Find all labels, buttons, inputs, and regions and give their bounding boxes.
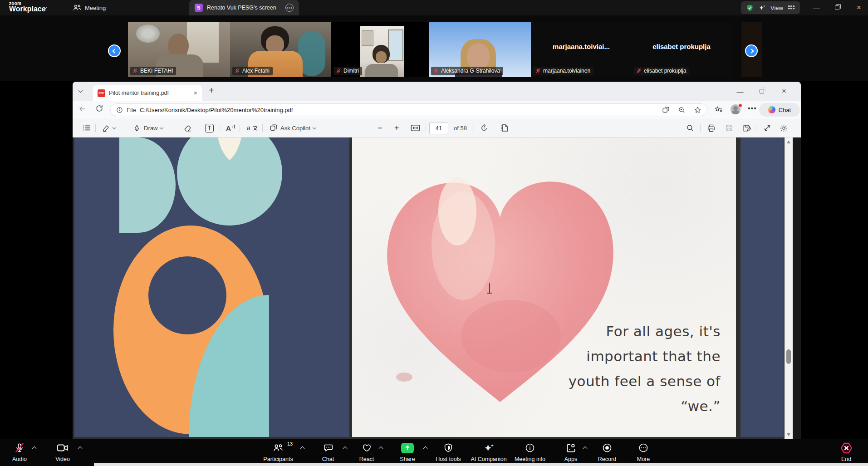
- muted-mic-icon: [636, 68, 642, 74]
- search-document-button[interactable]: [686, 119, 694, 137]
- browser-close-button[interactable]: ×: [777, 82, 791, 101]
- refresh-button[interactable]: [95, 104, 103, 113]
- scroll-up-arrow-icon[interactable]: [787, 141, 790, 143]
- audio-button[interactable]: Audio: [0, 439, 39, 466]
- tab-search-chevron-icon[interactable]: [78, 88, 83, 93]
- new-tab-button[interactable]: +: [209, 85, 214, 96]
- security-shield-check-icon[interactable]: [746, 4, 754, 12]
- fit-width-icon: [411, 124, 420, 132]
- video-button[interactable]: Video: [43, 439, 82, 466]
- url-text[interactable]: C:/Users/Korisnik/Desktop/Pilot%20mentor…: [140, 107, 293, 113]
- browser-minimize-button[interactable]: —: [733, 82, 747, 101]
- info-circle-icon: [525, 443, 535, 453]
- tab-options-ellipsis-icon[interactable]: •••: [285, 4, 294, 12]
- zoom-out-button[interactable]: −: [378, 119, 383, 137]
- address-bar[interactable]: File C:/Users/Korisnik/Desktop/Pilot%20m…: [110, 103, 707, 116]
- participants-button[interactable]: 13 Participants: [251, 439, 305, 466]
- zoom-workplace-window: zoom Workplace Meeting S Renato Vuk PESG…: [0, 0, 868, 466]
- erase-button[interactable]: [183, 119, 192, 137]
- pdf-content-area[interactable]: For all ages, it's important that the yo…: [73, 137, 801, 439]
- ai-sparkle-icon[interactable]: [758, 4, 766, 12]
- participants-icon: [273, 443, 284, 453]
- info-icon[interactable]: [116, 107, 123, 113]
- video-tile-marjaana[interactable]: marjaana.toiviai... marjaana.toiviainen: [531, 22, 632, 77]
- gear-icon: [780, 124, 788, 132]
- participant-name-badge: elisabet prokuplja: [634, 67, 689, 75]
- scrollbar-thumb[interactable]: [786, 349, 791, 364]
- window-close-button[interactable]: ×: [852, 0, 866, 15]
- read-aloud-button[interactable]: A: [226, 119, 236, 137]
- fit-to-width-button[interactable]: [411, 119, 420, 137]
- muted-mic-icon: [336, 68, 341, 74]
- more-button[interactable]: More: [616, 439, 671, 466]
- video-tile-aleksandra[interactable]: Aleksandra G-Strahilova: [429, 22, 531, 77]
- copilot-chat-button[interactable]: Chat: [759, 103, 800, 117]
- tab-close-icon[interactable]: ×: [194, 89, 197, 97]
- participant-name-badge: Dimitri: [333, 67, 362, 75]
- read-aloud-icon: A: [226, 124, 231, 132]
- scroll-videos-right-button[interactable]: [745, 44, 758, 57]
- profile-button[interactable]: [731, 104, 741, 115]
- browser-menu-button[interactable]: •••: [748, 104, 757, 113]
- edge-browser-window: PDF Pilot mentor training.pdf × + — × Fi…: [73, 82, 801, 439]
- video-label: Video: [43, 456, 82, 462]
- muted-mic-icon: [235, 68, 240, 74]
- ask-copilot-label: Ask Copilot: [280, 125, 310, 132]
- participants-label: Participants: [251, 456, 305, 462]
- favorites-bar-button[interactable]: [714, 105, 723, 114]
- participant-name: marjaana.toiviainen: [543, 68, 590, 74]
- page-number-input[interactable]: [429, 122, 448, 134]
- quote-text: For all ages, it's important that the yo…: [430, 319, 721, 419]
- url-protocol: File: [127, 107, 136, 113]
- print-button[interactable]: [707, 119, 716, 137]
- toc-button[interactable]: [83, 119, 91, 137]
- abstract-shapes-graphic: [74, 137, 349, 437]
- pdf-settings-button[interactable]: [780, 119, 788, 137]
- taskbar-edge-strip: [94, 463, 868, 466]
- tab-title: Pilot mentor training.pdf: [109, 90, 190, 96]
- shared-screen-tab-label: Renato Vuk PESG's screen: [207, 5, 276, 11]
- participant-name-badge: marjaana.toiviainen: [533, 67, 593, 75]
- tab-meeting[interactable]: Meeting: [73, 0, 106, 15]
- window-minimize-button[interactable]: —: [809, 0, 824, 15]
- pdf-scrollbar[interactable]: [785, 137, 793, 439]
- shield-icon: [443, 443, 453, 453]
- notification-dot: [738, 103, 742, 108]
- copilot-chat-label: Chat: [779, 107, 791, 113]
- draw-button[interactable]: Draw: [132, 119, 163, 137]
- muted-mic-icon: [535, 68, 541, 74]
- browser-tab-pdf[interactable]: PDF Pilot mentor training.pdf ×: [93, 85, 202, 101]
- view-button-label[interactable]: View: [770, 5, 783, 11]
- page-view-button[interactable]: [501, 119, 510, 137]
- video-tile-beki[interactable]: BEKI FETAHI: [128, 22, 230, 77]
- window-restore-button[interactable]: [830, 0, 844, 15]
- browser-tab-strip: PDF Pilot mentor training.pdf × + — ×: [73, 82, 801, 101]
- scroll-videos-left-button[interactable]: [108, 44, 121, 57]
- restore-icon: [835, 5, 839, 10]
- ask-copilot-button[interactable]: Ask Copilot: [270, 119, 316, 137]
- highlight-button[interactable]: [102, 119, 116, 137]
- draw-label: Draw: [144, 125, 157, 132]
- workplace-logo: Workplace: [9, 5, 46, 13]
- zoom-out-page-icon[interactable]: [678, 106, 686, 114]
- split-screen-icon[interactable]: [662, 106, 670, 114]
- video-tile-alex[interactable]: Alex Fetahi: [230, 22, 331, 77]
- translate-button[interactable]: a: [247, 119, 258, 137]
- rotate-button[interactable]: [480, 119, 488, 137]
- save-button: [725, 119, 733, 137]
- scroll-down-arrow-icon[interactable]: [787, 433, 790, 436]
- zoom-in-button[interactable]: +: [394, 119, 399, 137]
- fullscreen-button[interactable]: [763, 119, 771, 137]
- back-arrow-icon: [78, 104, 87, 113]
- video-tile-elisabet[interactable]: elisabet prokuplja elisabet prokuplja: [632, 22, 731, 77]
- favorite-star-icon[interactable]: [694, 106, 701, 114]
- tab-shared-screen[interactable]: S Renato Vuk PESG's screen •••: [189, 0, 299, 15]
- video-feed: [360, 26, 404, 77]
- browser-restore-button[interactable]: [755, 82, 769, 101]
- save-as-button[interactable]: [742, 119, 751, 137]
- add-text-button[interactable]: T: [205, 119, 214, 137]
- back-button[interactable]: [78, 104, 87, 113]
- participant-name: Aleksandra G-Strahilova: [441, 68, 500, 74]
- end-meeting-button[interactable]: End: [819, 439, 868, 466]
- video-tile-dimitri[interactable]: Dimitri: [331, 22, 429, 77]
